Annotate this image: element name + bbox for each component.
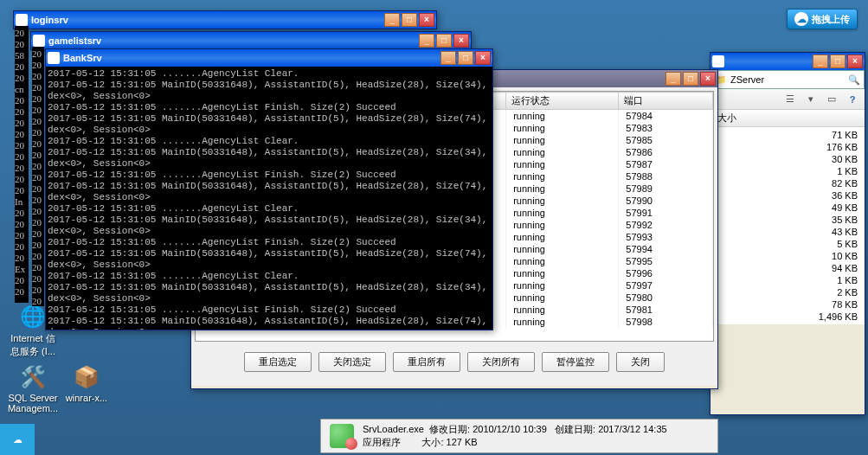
minimize-button[interactable]: _ [665, 72, 681, 86]
status-filename: SrvLoader.exe [363, 424, 424, 434]
maximize-button[interactable]: □ [830, 54, 845, 68]
icon-label: SQL Server Managem... [7, 393, 59, 413]
explorer-toolbar: ☰ ▾ ▭ ? [710, 89, 865, 110]
minimize-button[interactable]: _ [419, 34, 434, 48]
gamelistsrv-titlebar[interactable]: gamelistsrv _ □ × [31, 32, 471, 49]
list-item[interactable]: 35 KB [710, 214, 865, 226]
console-edge-left: 2020582020cn202020202020202020In20202020… [15, 26, 29, 303]
pause-monitor-button[interactable]: 暂停监控 [542, 352, 609, 372]
address-text: ZServer [730, 74, 764, 85]
cloud-upload-button[interactable]: ☁ 拖拽上传 [787, 9, 858, 29]
loginsrv-titlebar[interactable]: loginsrv _ □ × [14, 11, 436, 29]
banksrv-titlebar[interactable]: BankSrv _ □ × [46, 49, 492, 67]
desktop-icon-sql[interactable]: 🛠️ SQL Server Managem... [7, 363, 59, 413]
list-item[interactable]: 71 KB [710, 129, 865, 141]
desktop-icon-winrar[interactable]: 📦 winrar-x... [61, 363, 113, 403]
list-item[interactable]: 49 KB [710, 202, 865, 214]
loginsrv-window: loginsrv _ □ × [13, 10, 437, 29]
close-button[interactable]: × [700, 72, 716, 86]
file-list: 71 KB176 KB30 KB1 KB82 KB36 KB49 KB35 KB… [710, 127, 865, 324]
console-icon [48, 52, 60, 64]
close-button[interactable]: × [847, 54, 863, 68]
explorer-titlebar[interactable]: _ □ × [710, 53, 865, 70]
taskbar-cloud-button[interactable]: ☁ [0, 424, 35, 455]
list-item[interactable]: 1 KB [710, 274, 865, 286]
cloud-icon: ☁ [794, 12, 808, 26]
app-icon [330, 424, 354, 448]
list-item[interactable]: 176 KB [710, 141, 865, 153]
maximize-button[interactable]: □ [402, 13, 417, 27]
col-status[interactable]: 运行状态 [506, 93, 619, 110]
close-selected-button[interactable]: 关闭选定 [318, 352, 386, 372]
list-item[interactable]: 1,496 KB [710, 311, 865, 323]
minimize-button[interactable]: _ [384, 13, 400, 27]
icon-label: winrar-x... [61, 393, 113, 403]
status-type: 应用程序 [363, 437, 401, 447]
banksrv-window: BankSrv _ □ × 2017-05-12 15:31:05 ......… [45, 48, 493, 330]
close-button[interactable]: × [475, 51, 491, 65]
console-edge-mid: 2020202020202020202020202020202020202020… [32, 47, 44, 306]
search-icon[interactable]: 🔍 [848, 74, 860, 86]
close-button[interactable]: × [419, 13, 434, 27]
preview-icon[interactable]: ▭ [825, 93, 839, 106]
file-details-panel: SrvLoader.exe 修改日期: 2010/12/10 10:39 创建日… [320, 419, 718, 453]
minimize-button[interactable]: _ [440, 51, 456, 65]
icon-label: Internet 信息服务 (I... [7, 332, 59, 358]
maximize-button[interactable]: □ [683, 72, 698, 86]
gamelistsrv-window: gamelistsrv _ □ × [30, 31, 472, 50]
list-item[interactable]: 82 KB [710, 177, 865, 189]
list-item[interactable]: 1 KB [710, 165, 865, 177]
database-icon: 🛠️ [19, 363, 47, 391]
console-output: 2017-05-12 15:31:05 .......AgencyList Cl… [46, 67, 492, 330]
list-item[interactable]: 30 KB [710, 153, 865, 165]
list-item[interactable]: 10 KB [710, 250, 865, 262]
help-icon[interactable]: ? [845, 93, 859, 106]
list-item[interactable]: 94 KB [710, 262, 865, 274]
list-item[interactable]: 43 KB [710, 226, 865, 238]
list-item[interactable]: 5 KB [710, 238, 865, 250]
views-icon[interactable]: ☰ [783, 93, 797, 106]
archive-icon: 📦 [73, 363, 100, 391]
dropdown-icon[interactable]: ▾ [804, 93, 818, 106]
column-header-size[interactable]: 大小 [710, 110, 865, 127]
cloud-sync-icon: ☁ [13, 434, 23, 445]
restart-selected-button[interactable]: 重启选定 [244, 352, 312, 372]
list-item[interactable]: 2 KB [710, 286, 865, 298]
minimize-button[interactable]: _ [813, 54, 828, 68]
list-item[interactable]: 78 KB [710, 298, 865, 311]
console-icon [16, 14, 28, 26]
close-button[interactable]: × [453, 34, 469, 48]
address-bar[interactable]: 📁 ZServer 🔍 [710, 70, 865, 89]
col-port[interactable]: 端口 [619, 93, 713, 110]
maximize-button[interactable]: □ [458, 51, 473, 65]
close-all-button[interactable]: 关闭所有 [467, 352, 535, 372]
list-item[interactable]: 36 KB [710, 189, 865, 202]
window-icon [712, 55, 724, 67]
close-dialog-button[interactable]: 关闭 [616, 352, 665, 372]
explorer-window: _ □ × 📁 ZServer 🔍 ☰ ▾ ▭ ? 大小 71 KB176 KB… [710, 52, 865, 415]
maximize-button[interactable]: □ [436, 34, 452, 48]
console-icon [33, 35, 45, 47]
restart-all-button[interactable]: 重启所有 [393, 352, 460, 372]
